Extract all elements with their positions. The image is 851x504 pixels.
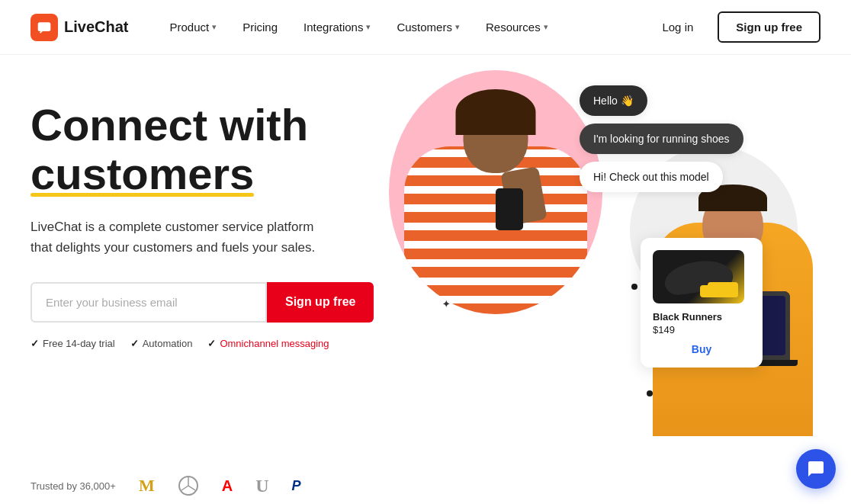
brand-unilever: U — [255, 476, 268, 496]
chat-bubble-shoes: I'm looking for running shoes — [580, 124, 743, 154]
product-card: Black Runners $149 Buy — [641, 238, 763, 368]
brand-paypal: P — [291, 478, 300, 494]
omnichannel-link[interactable]: Omnichannel messaging — [220, 338, 329, 349]
product-buy-button[interactable]: Buy — [653, 343, 750, 355]
product-name: Black Runners — [653, 311, 750, 323]
brand-adobe: A — [222, 477, 233, 495]
logo-icon — [31, 14, 58, 41]
person-left-circle — [389, 70, 602, 314]
hero-form: Sign up free — [31, 282, 381, 323]
logo-text: LiveChat — [64, 18, 128, 36]
signup-nav-button[interactable]: Sign up free — [718, 11, 820, 43]
hero-illustration: Hello 👋 I'm looking for running shoes Hi… — [381, 85, 820, 489]
nav-right: Log in Sign up free — [650, 11, 820, 43]
navbar: LiveChat Product ▾ Pricing Integrations … — [0, 0, 851, 55]
chat-widget-button[interactable] — [796, 449, 836, 489]
person-left-figure — [404, 85, 587, 314]
chat-bubble-hello: Hello 👋 — [580, 85, 647, 116]
hero-title: Connect with customers — [31, 101, 381, 198]
hero-description: LiveChat is a complete customer service … — [31, 217, 320, 258]
nav-items: Product ▾ Pricing Integrations ▾ Custome… — [159, 14, 650, 40]
nav-item-product[interactable]: Product ▾ — [159, 14, 227, 40]
badge-omnichannel: ✓ Omnichannel messaging — [207, 338, 329, 349]
badge-trial: ✓ Free 14-day trial — [31, 338, 115, 349]
chevron-down-icon: ▾ — [212, 22, 217, 32]
hero-badges: ✓ Free 14-day trial ✓ Automation ✓ Omnic… — [31, 338, 381, 349]
email-input[interactable] — [31, 282, 267, 323]
trusted-text: Trusted by 36,000+ — [31, 480, 116, 492]
login-button[interactable]: Log in — [650, 14, 705, 40]
brand-mcdonalds: M — [139, 476, 155, 496]
chevron-down-icon: ▾ — [366, 22, 371, 32]
hero-left: Connect with customers LiveChat is a com… — [31, 85, 381, 349]
decoration-dot-small — [631, 284, 637, 290]
product-price: $149 — [653, 324, 750, 335]
chevron-down-icon: ▾ — [544, 22, 548, 32]
signup-cta-button[interactable]: Sign up free — [267, 282, 374, 323]
chat-bubble-checkmodel: Hi! Check out this model — [580, 162, 723, 192]
nav-item-resources[interactable]: Resources ▾ — [475, 14, 559, 40]
brand-mercedes — [178, 475, 199, 496]
trusted-section: Trusted by 36,000+ M A U P — [31, 475, 300, 496]
nav-item-integrations[interactable]: Integrations ▾ — [293, 14, 381, 40]
nav-item-customers[interactable]: Customers ▾ — [386, 14, 470, 40]
nav-item-pricing[interactable]: Pricing — [232, 14, 288, 40]
chat-bubbles: Hello 👋 I'm looking for running shoes Hi… — [580, 85, 743, 192]
product-shoe-image — [653, 250, 744, 303]
badge-automation: ✓ Automation — [130, 338, 193, 349]
chat-icon — [807, 460, 825, 478]
logo[interactable]: LiveChat — [31, 14, 128, 41]
hero-section: Connect with customers LiveChat is a com… — [0, 55, 851, 504]
chevron-down-icon: ▾ — [455, 22, 460, 32]
